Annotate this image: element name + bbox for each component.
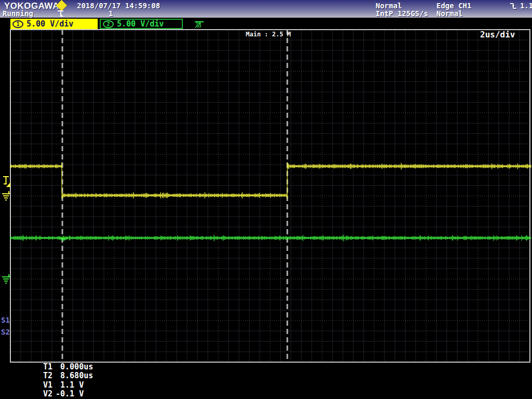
channel1-ground-icon [2, 191, 10, 202]
channel2-number-icon: 2 [103, 20, 114, 28]
channel2-ground-icon [2, 274, 10, 285]
measurement-row-v1: V1 1.1 V [43, 380, 93, 390]
measurement-row-t1: T1 0.000us [43, 362, 93, 371]
measurement-row-t2: T2 8.680us [43, 371, 93, 381]
channel1-scale: 5.00 V/div [26, 19, 73, 29]
oscilloscope-screen: YOKOGAWA 2018/07/17 14:59:08 Running 1 N… [0, 0, 532, 399]
trigger-source-number: 1 [109, 9, 113, 18]
waveform-graticule [0, 0, 532, 399]
trace-ch1 [10, 162, 531, 199]
trigger-mode: Normal [436, 9, 463, 18]
trigger-level: 1.10 V [520, 2, 532, 10]
s1-marker-label: S1 [1, 316, 10, 324]
channel2-scale: 5.00 V/div [117, 19, 164, 29]
channel1-number-icon: 1 [12, 20, 23, 28]
trigger-level-marker-icon [2, 176, 11, 188]
trigger-summary: Edge CH1 1.10 V [436, 2, 532, 10]
datetime: 2018/07/17 14:59:08 [77, 2, 160, 10]
trace-ch2 [10, 235, 531, 242]
channel1-badge: 1 5.00 V/div 1M [10, 19, 98, 29]
channel2-coupling-1mohm-icon: 1M [166, 20, 204, 28]
trigger-type-source: Edge CH1 [436, 2, 471, 10]
record-length-label: Main : 2.5 M [246, 31, 291, 38]
measurement-row-v2: V2 -0.1 V [43, 390, 93, 399]
acquisition-mode: Normal [376, 2, 402, 10]
cursor-measurements: T1 0.000us T2 8.680us V1 1.1 V V2 -0.1 V [43, 362, 93, 398]
time-per-div-label: 2us/div [480, 30, 515, 39]
channel2-badge: 2 5.00 V/div 1M [100, 19, 183, 29]
top-status-bar: YOKOGAWA 2018/07/17 14:59:08 Running 1 N… [0, 0, 532, 18]
interpolation-samplerate: IntP 125GS/s [376, 9, 428, 18]
acquisition-status: Running [3, 9, 33, 18]
s2-marker-label: S2 [1, 328, 10, 336]
falling-edge-icon [474, 2, 516, 9]
